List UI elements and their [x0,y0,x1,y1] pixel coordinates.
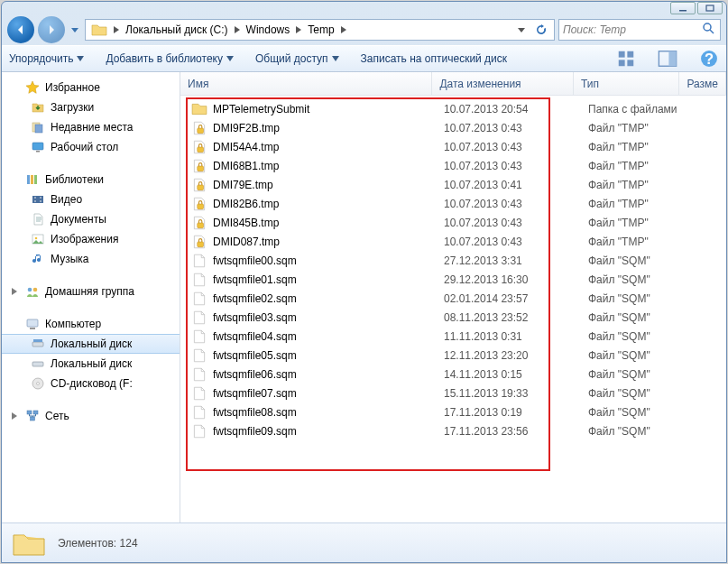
search-input[interactable]: Поиск: Temp [558,19,721,41]
disc-icon [31,376,45,391]
file-row[interactable]: DMI9F2B.tmp10.07.2013 0:43Файл "TMP" [180,118,726,137]
file-name: DMI9F2B.tmp [213,122,444,134]
file-type: Файл "SQM" [588,273,705,286]
favorites-header[interactable]: Избранное [2,78,180,97]
file-name: DMID087.tmp [213,236,444,248]
nav-videos[interactable]: Видео [2,190,180,209]
address-bar[interactable]: Локальный диск (C:) Windows Temp [85,19,555,41]
file-row[interactable]: fwtsqmfile04.sqm11.11.2013 0:31Файл "SQM… [180,327,726,346]
file-row[interactable]: fwtsqmfile07.sqm15.11.2013 19:33Файл "SQ… [180,384,726,402]
nav-local-disk-d[interactable]: Локальный диск [2,354,180,374]
file-icon [191,386,207,401]
breadcrumb-item[interactable]: Локальный диск (C:) [122,20,232,40]
add-to-library-menu[interactable]: Добавить в библиотеку [106,52,234,65]
chevron-right-icon[interactable] [293,26,304,33]
svg-rect-12 [35,125,42,133]
nav-music[interactable]: Музыка [2,249,180,269]
nav-row: Локальный диск (C:) Windows Temp Поиск: … [2,14,726,45]
svg-rect-31 [32,362,43,366]
file-row[interactable]: fwtsqmfile01.sqm29.12.2013 16:30Файл "SQ… [180,270,726,289]
drive-icon [31,337,45,351]
nav-documents[interactable]: Документы [2,209,180,229]
col-type[interactable]: Тип [574,72,679,95]
star-icon [25,80,40,95]
file-date: 08.11.2013 23:52 [444,311,588,324]
file-row[interactable]: DMI845B.tmp10.07.2013 0:43Файл "TMP" [180,213,726,232]
file-name: fwtsqmfile04.sqm [213,330,444,343]
file-row[interactable]: fwtsqmfile02.sqm02.01.2014 23:57Файл "SQ… [180,289,726,308]
view-options-button[interactable] [616,49,636,69]
title-bar [2,2,726,14]
svg-point-2 [704,23,711,31]
organize-menu[interactable]: Упорядочить [9,52,84,65]
breadcrumb-item[interactable]: Temp [304,20,337,40]
homegroup-header[interactable]: Домашняя группа [2,282,180,301]
file-row[interactable]: fwtsqmfile05.sqm12.11.2013 23:20Файл "SQ… [180,346,726,365]
chevron-right-icon[interactable] [111,26,122,33]
network-header[interactable]: Сеть [2,406,180,426]
file-type: Файл "SQM" [588,368,705,381]
expand-icon [11,412,20,420]
file-name: fwtsqmfile03.sqm [213,311,444,324]
nav-pictures[interactable]: Изображения [2,229,180,249]
navigation-pane[interactable]: Избранное Загрузки Недавние места Рабочи… [2,72,180,522]
file-row[interactable]: DMID087.tmp10.07.2013 0:43Файл "TMP" [180,232,726,251]
downloads-icon [31,100,45,115]
svg-rect-5 [619,60,625,66]
minimize-button[interactable] [670,2,696,14]
col-size[interactable]: Разме [679,72,726,95]
file-row[interactable]: DMI82B6.tmp10.07.2013 0:43Файл "TMP" [180,194,726,213]
folder-icon [191,102,207,116]
svg-rect-27 [27,319,38,327]
burn-button[interactable]: Записать на оптический диск [361,52,508,65]
help-button[interactable]: ? [699,49,719,69]
col-name[interactable]: Имя [180,72,432,95]
file-row[interactable]: fwtsqmfile08.sqm17.11.2013 0:19Файл "SQM… [180,402,726,421]
svg-rect-8 [668,51,676,67]
desktop-icon [31,140,45,154]
nav-desktop[interactable]: Рабочий стол [2,137,180,157]
file-icon [191,254,207,268]
nav-recent[interactable]: Недавние места [2,117,180,137]
svg-point-21 [40,197,41,199]
file-row[interactable]: DMI79E.tmp10.07.2013 0:41Файл "TMP" [180,175,726,194]
file-icon [191,310,207,325]
preview-pane-button[interactable] [658,49,677,69]
maximize-button[interactable] [697,2,723,14]
file-row[interactable]: DMI68B1.tmp10.07.2013 0:43Файл "TMP" [180,156,726,175]
file-row[interactable]: fwtsqmfile09.sqm17.11.2013 23:56Файл "SQ… [180,421,726,440]
back-button[interactable] [7,16,34,43]
nav-local-disk-c[interactable]: Локальный диск [2,334,180,354]
nav-cd-drive[interactable]: CD-дисковод (F: [2,374,180,393]
file-date: 10.07.2013 0:43 [444,217,588,229]
nav-downloads[interactable]: Загрузки [2,97,180,117]
svg-point-22 [40,200,41,202]
libraries-header[interactable]: Библиотеки [2,170,180,190]
file-name: fwtsqmfile01.sqm [213,273,444,286]
history-dropdown[interactable] [69,21,81,39]
file-name: DMI82B6.tmp [213,198,444,210]
file-rows[interactable]: MPTelemetrySubmit10.07.2013 20:54Папка с… [180,96,726,522]
file-row[interactable]: MPTelemetrySubmit10.07.2013 20:54Папка с… [180,99,726,118]
file-row[interactable]: DMI54A4.tmp10.07.2013 0:43Файл "TMP" [180,137,726,156]
share-menu[interactable]: Общий доступ [255,52,339,65]
refresh-button[interactable] [532,21,550,39]
file-type: Файл "SQM" [588,425,705,438]
file-row[interactable]: fwtsqmfile06.sqm14.11.2013 0:15Файл "SQM… [180,365,726,384]
breadcrumb-item[interactable]: Windows [243,20,294,40]
address-dropdown[interactable] [512,21,530,39]
chevron-right-icon[interactable] [338,26,349,33]
file-date: 10.07.2013 0:43 [444,160,588,172]
file-type: Файл "SQM" [588,254,705,267]
chevron-right-icon[interactable] [232,26,243,33]
file-name: fwtsqmfile02.sqm [213,292,444,305]
computer-header[interactable]: Компьютер [2,314,180,334]
forward-button[interactable] [38,16,65,43]
file-row[interactable]: fwtsqmfile00.sqm27.12.2013 3:31Файл "SQM… [180,251,726,270]
col-date[interactable]: Дата изменения [432,72,574,95]
file-row[interactable]: fwtsqmfile03.sqm08.11.2013 23:52Файл "SQ… [180,308,726,327]
music-icon [31,252,45,266]
file-type: Файл "SQM" [588,311,705,324]
file-date: 11.11.2013 0:31 [444,330,588,343]
svg-point-33 [37,383,40,385]
